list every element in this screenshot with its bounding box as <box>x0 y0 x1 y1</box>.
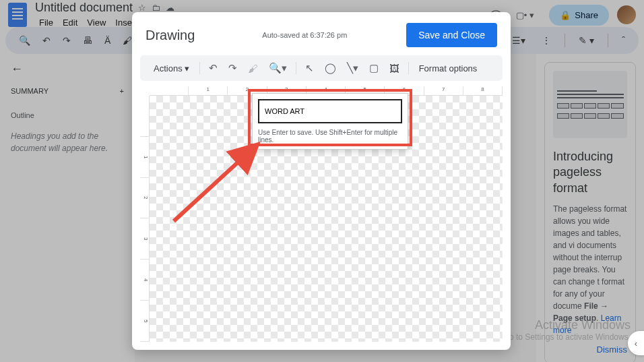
paint-format-icon[interactable]: 🖌 <box>244 60 262 77</box>
pageless-title: Introducing pageless format <box>553 149 627 196</box>
undo-icon[interactable]: ↶ <box>37 31 56 50</box>
caret-down-icon: ▾ <box>529 10 534 20</box>
spellcheck-icon[interactable]: Ä <box>99 31 116 50</box>
lock-icon: 🔒 <box>560 10 571 20</box>
wordart-hint: Use Enter to save. Use Shift+Enter for m… <box>258 129 402 144</box>
autosave-text: Auto-saved at 6:37:26 pm <box>262 31 347 39</box>
image-tool-icon[interactable]: 🖼 <box>385 60 404 77</box>
back-arrow-icon[interactable]: ← <box>11 62 124 76</box>
ruler-vertical: 1 2 3 4 5 <box>140 96 150 342</box>
camera-icon: ▢• <box>516 10 527 20</box>
textbox-tool-icon[interactable]: ▢ <box>365 59 383 77</box>
undo-icon[interactable]: ↶ <box>205 59 222 77</box>
drawing-modal: Drawing Auto-saved at 6:37:26 pm Save an… <box>132 12 511 350</box>
meet-button[interactable]: ▢• ▾ <box>509 6 542 24</box>
more-icon[interactable]: ⋮ <box>536 31 556 50</box>
pageless-body: The pageless format allows you wide imag… <box>553 203 627 336</box>
menu-view[interactable]: View <box>83 16 110 29</box>
collapse-icon[interactable]: ˆ <box>616 31 631 50</box>
redo-icon[interactable]: ↷ <box>57 31 76 50</box>
print-icon[interactable]: 🖶 <box>77 31 98 50</box>
select-tool-icon[interactable]: ↖ <box>301 59 318 77</box>
share-button[interactable]: 🔒 Share <box>549 5 609 26</box>
modal-title: Drawing <box>146 28 195 43</box>
pageless-preview-image <box>553 71 627 138</box>
summary-label: Summary <box>11 87 49 95</box>
save-and-close-button[interactable]: Save and Close <box>406 23 497 47</box>
docs-logo[interactable] <box>8 3 27 27</box>
wordart-input[interactable] <box>258 99 402 123</box>
actions-dropdown[interactable]: Actions▾ <box>148 61 195 76</box>
wordart-popup: Use Enter to save. Use Shift+Enter for m… <box>252 93 408 150</box>
outline-hint: Headings you add to the document will ap… <box>11 130 124 154</box>
dismiss-link[interactable]: Dismiss <box>553 344 627 355</box>
menu-edit[interactable]: Edit <box>59 16 82 29</box>
editing-mode-icon[interactable]: ✎ ▾ <box>573 31 600 50</box>
avatar[interactable] <box>617 5 636 24</box>
menu-file[interactable]: File <box>35 16 57 29</box>
share-label: Share <box>575 10 598 20</box>
shape-tool-icon[interactable]: ◯ <box>321 59 340 77</box>
caret-down-icon: ▾ <box>185 63 189 73</box>
doc-title[interactable]: Untitled document <box>35 1 133 15</box>
add-summary-icon[interactable]: + <box>120 87 124 95</box>
move-icon[interactable]: 🗀 <box>152 3 160 13</box>
format-options-button[interactable]: Format options <box>414 61 483 76</box>
star-icon[interactable]: ☆ <box>138 3 146 13</box>
redo-icon[interactable]: ↷ <box>224 59 241 77</box>
outline-label: Outline <box>11 111 124 119</box>
line-tool-icon[interactable]: ╲▾ <box>343 59 362 77</box>
search-icon[interactable]: 🔍 <box>13 31 36 50</box>
cloud-icon[interactable]: ☁ <box>166 3 174 13</box>
pageless-card: Introducing pageless format The pageless… <box>544 62 636 362</box>
zoom-dropdown[interactable]: 🔍▾ <box>265 59 291 77</box>
